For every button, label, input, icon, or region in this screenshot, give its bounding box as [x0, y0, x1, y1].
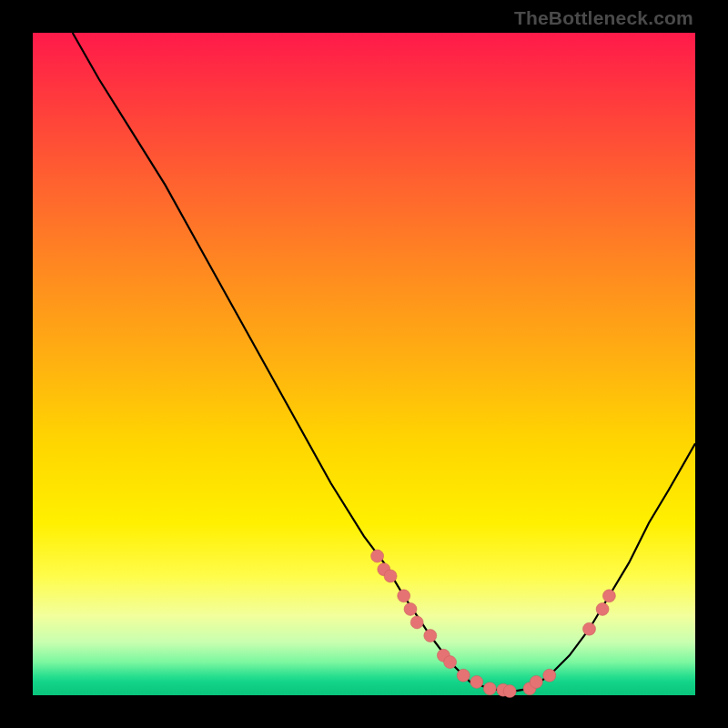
data-marker [457, 669, 470, 682]
bottleneck-curve-svg [33, 33, 695, 695]
data-marker [410, 616, 423, 629]
data-marker [530, 675, 542, 688]
plot-area [33, 33, 695, 695]
data-marker [398, 590, 410, 602]
data-marker [470, 675, 483, 688]
data-marker [543, 669, 556, 682]
data-marker [483, 682, 496, 695]
attribution-text: TheBottleneck.com [514, 7, 693, 29]
data-marker [424, 630, 437, 642]
data-marker [503, 685, 516, 698]
data-marker [404, 602, 417, 615]
data-marker [583, 622, 596, 635]
data-marker [384, 570, 397, 582]
data-markers [371, 550, 616, 698]
data-marker [602, 590, 615, 602]
bottleneck-curve [73, 33, 695, 692]
data-marker [596, 602, 609, 615]
data-marker [444, 656, 457, 669]
data-marker [371, 550, 384, 562]
